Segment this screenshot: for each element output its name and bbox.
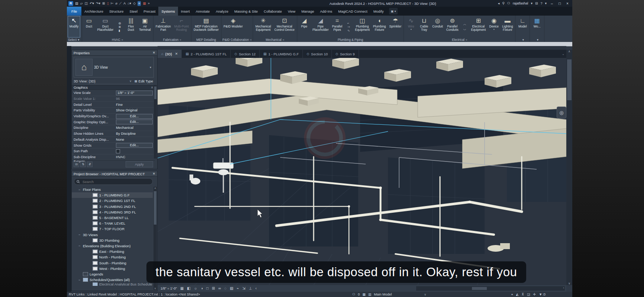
panel-caption[interactable]: ▾: [515, 37, 530, 42]
panel-caption[interactable]: HVAC»: [82, 37, 153, 42]
ribbon-button[interactable]: ⊡ Mechanical Control Device: [273, 16, 296, 37]
close-button[interactable]: ×: [565, 1, 570, 6]
filter-button[interactable]: ▼ :0: [539, 293, 546, 296]
property-row[interactable]: Detail Level Fine: [72, 102, 155, 108]
scroll-thumb[interactable]: [567, 59, 572, 100]
ribbon-tab[interactable]: Insert: [178, 7, 193, 16]
close-icon[interactable]: ✕: [152, 172, 155, 176]
file-properties-icon[interactable]: ▤: [75, 1, 78, 6]
ribbon-button[interactable]: ◉ Device ▾: [488, 16, 500, 37]
undo-icon[interactable]: ↶▾: [90, 1, 94, 6]
view-scale-button[interactable]: 1/8" = 1'-0": [161, 287, 177, 290]
panel-caption[interactable]: P&ID Collaboration»: [221, 37, 253, 42]
properties-header[interactable]: Properties ✕: [72, 50, 157, 56]
ribbon-tab[interactable]: View: [285, 7, 298, 16]
redo-icon[interactable]: ↷▾: [96, 1, 100, 6]
tab-strip-menu-icon[interactable]: ⌄: [562, 50, 566, 58]
property-value[interactable]: None: [116, 138, 153, 141]
canvas-horizontal-scrollbar[interactable]: ›: [416, 286, 565, 291]
ribbon-button[interactable]: ◫ Plumbing Equipment: [353, 16, 371, 37]
signed-in-user[interactable]: rajatfashal: [513, 1, 528, 5]
reveal-constraints-icon[interactable]: ⊥: [249, 285, 252, 291]
ribbon-tab[interactable]: MagiCAD Connect: [335, 7, 370, 16]
ribbon-button[interactable]: ▦ Wo...: [531, 16, 543, 37]
revit-logo-icon[interactable]: R: [68, 1, 73, 6]
tree-item[interactable]: West - Plumbing: [72, 266, 153, 271]
ribbon-button[interactable]: ▣ Air Terminal: [137, 16, 152, 37]
project-browser-header[interactable]: Project Browser - HOSPITAL MEP PROJECT ✕: [72, 171, 157, 177]
chevron-down-icon[interactable]: ∨: [424, 293, 426, 296]
tree-item[interactable]: 3 - PLUMBING 2ND FL: [72, 204, 153, 209]
expander-icon[interactable]: −: [78, 188, 83, 192]
scroll-up-icon[interactable]: ∧: [153, 187, 157, 190]
select-links-toggle-icon[interactable]: ⌖: [511, 293, 513, 297]
property-value[interactable]: [116, 149, 120, 153]
ribbon-button[interactable]: ▬ Lighting Fixture: [501, 16, 514, 37]
user-menu-caret-icon[interactable]: ▾: [531, 1, 533, 6]
ribbon-button[interactable]: ◖ Plumbing Fixture: [372, 16, 388, 37]
temporary-hide-isolate-icon[interactable]: ∞: [218, 285, 221, 291]
ribbon-tab[interactable]: Massing & Site: [231, 7, 260, 16]
search-input[interactable]: [82, 179, 143, 184]
view-tab[interactable]: ▤ 2 - PLUMBING 1ST FL: [182, 50, 230, 58]
view-tab[interactable]: ▤ 1 - PLUMBING G.F: [260, 50, 303, 58]
screen-recorder-addin-button[interactable]: ▣ ▾: [389, 8, 398, 14]
ribbon-button[interactable]: ⊞ Electrical Equipment: [470, 16, 488, 37]
ribbon-button[interactable]: ⌐ ⊸ ∿: [344, 16, 353, 37]
tree-item[interactable]: 1 - PLUMBING G.F: [72, 192, 153, 198]
apply-button[interactable]: Apply: [126, 161, 153, 167]
back-icon[interactable]: ◂: [498, 1, 500, 6]
property-row[interactable]: Visibility/Graphics Ov... Edit...: [72, 114, 155, 120]
property-row[interactable]: Scale Value 1: 96: [72, 96, 155, 102]
tree-item[interactable]: 3D Plumbing: [72, 238, 153, 243]
panel-caption[interactable]: Electrical»: [404, 37, 515, 42]
tree-item[interactable]: 4 - PLUMBING 3RD FL: [72, 209, 153, 215]
crop-view-icon[interactable]: □: [206, 285, 208, 291]
property-row[interactable]: Discipline Mechanical: [72, 125, 155, 131]
tree-item[interactable]: 5 - BASEMENT LL: [72, 215, 153, 221]
ribbon-tab[interactable]: Add-Ins: [317, 7, 335, 16]
tree-item[interactable]: − Elevations (Building Elevation): [72, 243, 153, 249]
instance-selector[interactable]: 3D View: {3D} ∨ ▦ Edit Type: [74, 78, 153, 84]
property-row[interactable]: Graphic Display Opti... Edit...: [72, 119, 155, 125]
ribbon-button[interactable]: ∿ Wire ▾: [405, 16, 417, 37]
browser-search[interactable]: [74, 178, 153, 185]
ribbon-button[interactable]: ∟ Model: [516, 16, 529, 37]
select-by-face-toggle-icon[interactable]: ◲: [527, 293, 530, 296]
aligned-dimension-icon[interactable]: ⌀: [115, 1, 117, 6]
tree-item[interactable]: Legends: [72, 271, 153, 277]
view-tab[interactable]: ◇ Section 9: [332, 50, 359, 58]
ribbon-button[interactable]: ◎ Conduit: [431, 16, 444, 37]
ribbon-tab[interactable]: Precast: [140, 7, 158, 16]
scroll-thumb[interactable]: [472, 287, 487, 290]
text-icon[interactable]: A: [123, 1, 126, 6]
ribbon-button[interactable]: ◍ ≣ ▮: [115, 16, 124, 37]
property-value[interactable]: 96: [116, 97, 153, 101]
sort-icon[interactable]: ⊟: [74, 161, 79, 167]
store-icon[interactable]: ⊟: [535, 1, 538, 6]
property-value[interactable]: Show Original: [116, 108, 153, 112]
property-row[interactable]: Show Grids Edit...: [72, 143, 155, 148]
property-value[interactable]: HVAC: [116, 155, 153, 159]
scroll-thumb[interactable]: [154, 87, 156, 99]
insulation-icon[interactable]: ▦: [143, 1, 146, 6]
select-pinned-toggle-icon[interactable]: ⊼: [521, 293, 524, 296]
ribbon-button[interactable]: ⊚ Parallel Conduits: [445, 16, 460, 37]
ribbon-button[interactable]: ⊥ Fabrication Part: [154, 16, 172, 37]
reveal-hidden-elements-icon[interactable]: ◌: [224, 285, 227, 291]
print-icon[interactable]: ⊞: [102, 1, 105, 6]
property-value[interactable]: Edit...: [116, 120, 153, 124]
scroll-up-icon[interactable]: ∧: [568, 50, 570, 53]
chevron-down-icon[interactable]: ∨: [129, 79, 132, 83]
view-tab-close-icon[interactable]: ✕: [175, 52, 178, 56]
properties-scrollbar[interactable]: [154, 85, 157, 159]
tree-item[interactable]: South - Plumbing: [72, 260, 153, 265]
design-option-label[interactable]: Main Model: [374, 293, 392, 296]
ribbon-tab[interactable]: Annotate: [193, 7, 213, 16]
tree-item[interactable]: − Floor Plans: [72, 187, 153, 192]
panel-caption[interactable]: ▾: [530, 37, 544, 42]
ribbon-button[interactable]: ▤ MEP Fabrication Ductwork Stiffener: [192, 16, 220, 37]
qat-overflow-icon[interactable]: »: [148, 1, 150, 6]
ribbon-tab[interactable]: Modify: [370, 7, 387, 16]
shadows-icon[interactable]: ◑: [201, 285, 203, 291]
